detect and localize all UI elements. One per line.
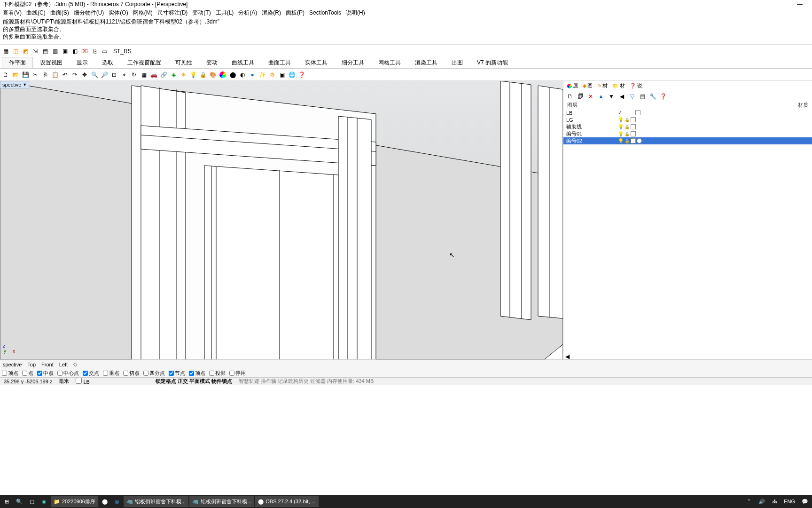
new-sublayer-icon[interactable]: 🗐 — [576, 92, 585, 101]
rhino-task-2[interactable]: 🦏铝板倒班宿舍下料模... — [189, 496, 254, 507]
osnap-knot[interactable]: 节点 — [169, 370, 185, 377]
link-icon[interactable]: 🔗 — [159, 70, 168, 79]
help-icon[interactable]: ❓ — [297, 70, 306, 79]
grid-icon[interactable]: ▦ — [139, 70, 148, 79]
open-icon[interactable]: 📂 — [11, 70, 20, 79]
save-icon[interactable]: 💾 — [21, 70, 30, 79]
filter-icon[interactable]: ▽ — [627, 92, 637, 101]
color-swatch[interactable] — [631, 131, 636, 136]
tab-visibility[interactable]: 可见性 — [168, 57, 199, 68]
visible-icon[interactable]: 💡 — [618, 131, 624, 136]
lock-icon[interactable]: 🔒 — [198, 70, 208, 79]
panel-tab-help[interactable]: ❓说 — [628, 82, 644, 90]
vt-front[interactable]: Front — [41, 362, 54, 367]
zoom-selected-icon[interactable]: ⌖ — [119, 70, 129, 79]
tool-icon-4[interactable]: ⇲ — [31, 47, 40, 56]
osnap-perp[interactable]: 垂点 — [103, 370, 119, 377]
osnap-tan[interactable]: 切点 — [123, 370, 140, 377]
menu-panels[interactable]: 面板(P) — [284, 8, 306, 17]
status-modes[interactable]: 锁定格点 正交 平面模式 物件锁点 — [154, 378, 234, 385]
edge-icon[interactable]: ◉ — [39, 496, 50, 507]
panel-tab-material[interactable]: ✎材 — [595, 82, 609, 90]
lock-icon[interactable]: 🔒 — [625, 118, 630, 122]
tab-render-tools[interactable]: 渲染工具 — [408, 57, 445, 68]
layer-row[interactable]: LG 💡 🔒 — [563, 116, 812, 123]
zoom-in-icon[interactable]: 🔍 — [90, 70, 99, 79]
perspective-viewport[interactable]: spective ▼ ↖ z yx — [0, 81, 563, 359]
task-app-0[interactable]: ⬤ — [99, 496, 110, 507]
gear-icon[interactable]: ⚙ — [267, 70, 277, 79]
osnap-vertex[interactable]: 顶点 — [189, 370, 205, 377]
new-layer-icon[interactable]: 🗋 — [565, 92, 575, 101]
menu-view[interactable]: 查看(V) — [1, 8, 23, 17]
start-button[interactable]: ⊞ — [1, 496, 12, 507]
render-3-icon[interactable]: ◐ — [238, 70, 247, 79]
vt-perspective[interactable]: spective — [3, 362, 22, 367]
lock-icon[interactable]: 🔒 — [625, 139, 630, 143]
tab-curve-tools[interactable]: 曲线工具 — [225, 57, 261, 68]
layer-row[interactable]: LB ✓ — [563, 109, 812, 116]
osnap-mid[interactable]: 中点 — [37, 370, 54, 377]
paint-icon[interactable]: 🎨 — [208, 70, 218, 79]
tab-transform[interactable]: 变动 — [199, 57, 225, 68]
viewport-title[interactable]: spective ▼ — [0, 81, 29, 88]
render-2-icon[interactable]: ⬤ — [228, 70, 237, 79]
sun-icon[interactable]: ☀ — [179, 70, 188, 79]
cut-icon[interactable]: ✂ — [31, 70, 40, 79]
render-4-icon[interactable]: ● — [248, 70, 257, 79]
render-1-icon[interactable] — [218, 70, 227, 79]
tool-icon-8[interactable]: ◧ — [70, 47, 79, 56]
current-check-icon[interactable]: ✓ — [618, 110, 622, 116]
osnap-point[interactable]: 点 — [22, 370, 33, 377]
task-app-1[interactable]: ◎ — [111, 496, 123, 507]
car-icon[interactable]: 🚗 — [149, 70, 158, 79]
panel-tab-properties[interactable]: 属 — [565, 82, 580, 90]
spark-icon[interactable]: ✨ — [258, 70, 267, 79]
tab-select[interactable]: 选取 — [95, 57, 120, 68]
rotate-view-icon[interactable]: ↻ — [129, 70, 139, 79]
move-up-icon[interactable]: ▲ — [596, 92, 606, 101]
copy-icon[interactable]: ⎘ — [40, 70, 50, 79]
box-icon[interactable]: ▣ — [277, 70, 287, 79]
tool-icon-10[interactable]: ⎘ — [90, 47, 99, 56]
osnap-project[interactable]: 投影 — [209, 370, 226, 377]
panel-tab-layers[interactable]: ◆图 — [581, 82, 594, 90]
tray-up-icon[interactable]: ˄ — [743, 496, 755, 507]
tab-mesh-tools[interactable]: 网格工具 — [371, 57, 408, 68]
menu-mesh[interactable]: 网格(M) — [131, 8, 155, 17]
light-icon[interactable]: 💡 — [188, 70, 198, 79]
move-icon[interactable]: ✥ — [80, 70, 89, 79]
panel-tab-material2[interactable]: 📁材 — [610, 82, 627, 90]
tab-cplane[interactable]: 作平面 — [2, 57, 33, 68]
move-down-icon[interactable]: ▼ — [607, 92, 616, 101]
tray-volume-icon[interactable]: 🔊 — [756, 496, 768, 507]
tool-icon-6[interactable]: ▥ — [50, 47, 60, 56]
color-swatch[interactable] — [631, 138, 636, 143]
tool-icon-7[interactable]: ▣ — [60, 47, 70, 56]
tab-display[interactable]: 显示 — [70, 57, 95, 68]
move-left-icon[interactable]: ◀ — [617, 92, 626, 101]
tray-network-icon[interactable]: 🖧 — [769, 496, 780, 507]
vt-add[interactable]: ◇ — [73, 361, 77, 367]
lock-icon[interactable]: 🔒 — [625, 125, 630, 129]
layers-icon[interactable]: ◈ — [169, 70, 178, 79]
tab-drafting[interactable]: 出图 — [445, 57, 470, 68]
col-layer[interactable]: 图层 — [567, 102, 578, 109]
tool-icon-11[interactable]: ▭ — [100, 47, 109, 56]
menu-sectiontools[interactable]: SectionTools — [307, 9, 343, 16]
menu-analyze[interactable]: 分析(A) — [236, 8, 259, 17]
menu-tools[interactable]: 工具(L) — [214, 8, 236, 17]
layer-row[interactable]: 辅助线 💡 🔒 — [563, 123, 812, 130]
color-swatch[interactable] — [635, 110, 640, 115]
tab-solid-tools[interactable]: 实体工具 — [298, 57, 335, 68]
new-icon[interactable]: 🗋 — [1, 70, 10, 79]
minimize-button[interactable]: — — [790, 1, 809, 8]
zoom-out-icon[interactable]: 🔎 — [100, 70, 109, 79]
tab-subd-tools[interactable]: 细分工具 — [335, 57, 371, 68]
color-swatch[interactable] — [631, 117, 636, 122]
globe-icon[interactable]: 🌐 — [287, 70, 297, 79]
color-swatch[interactable] — [631, 124, 636, 129]
vt-top[interactable]: Top — [27, 362, 36, 367]
osnap-quad[interactable]: 四分点 — [143, 370, 165, 377]
zoom-extents-icon[interactable]: ⊡ — [109, 70, 119, 79]
